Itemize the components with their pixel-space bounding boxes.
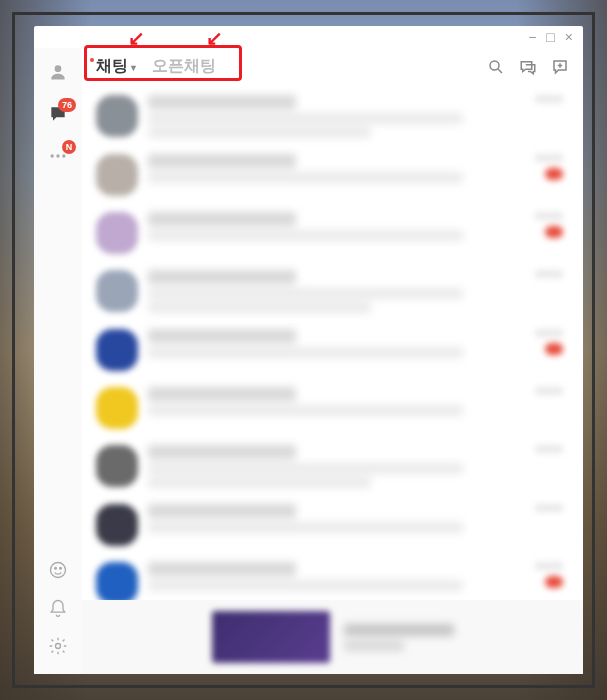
svg-point-5 [55,568,57,570]
chat-badge: 76 [58,98,76,112]
svg-point-0 [55,65,62,72]
avatar [96,270,138,312]
chats-icon[interactable]: 76 [46,102,70,126]
chat-list-item[interactable] [82,87,577,146]
banner-text [344,624,454,651]
chat-item-body [148,154,519,183]
avatar [96,95,138,137]
chat-item-meta [529,329,563,355]
svg-point-1 [51,154,54,157]
close-button[interactable]: × [565,29,573,45]
chat-bubble-icon[interactable] [519,58,537,76]
avatar [96,387,138,429]
chevron-down-icon[interactable]: ▼ [129,63,138,73]
chat-list-item[interactable] [82,146,577,204]
svg-point-3 [62,154,65,157]
svg-point-4 [51,563,66,578]
emoji-icon[interactable] [46,558,70,582]
chat-list-item[interactable] [82,496,577,554]
header: 채팅▼ 오픈채팅 [82,48,583,87]
new-indicator-dot [90,58,94,62]
chat-item-body [148,329,519,358]
more-icon[interactable]: N [46,144,70,168]
chat-item-body [148,270,519,313]
svg-point-6 [60,568,62,570]
sidebar: 76 N [34,48,82,674]
chat-item-body [148,504,519,533]
avatar [96,329,138,371]
profile-icon[interactable] [46,60,70,84]
chat-item-meta [529,95,563,103]
svg-point-7 [56,644,61,649]
chat-item-body [148,445,519,488]
chat-item-body [148,562,519,591]
avatar [96,504,138,546]
chat-list-item[interactable] [82,262,577,321]
avatar [96,212,138,254]
chat-list-item[interactable] [82,321,577,379]
chat-list-item[interactable] [82,379,577,437]
minimize-button[interactable]: − [528,29,536,45]
chat-item-meta [529,387,563,395]
notification-icon[interactable] [46,596,70,620]
chat-item-meta [529,562,563,588]
more-badge: N [62,140,76,154]
tab-chat[interactable]: 채팅▼ [96,56,138,77]
svg-point-8 [490,61,499,70]
unread-badge [545,343,563,355]
settings-icon[interactable] [46,634,70,658]
banner-image [212,611,330,663]
unread-badge [545,226,563,238]
app-window: − □ × 76 N [34,26,583,674]
chat-item-meta [529,445,563,453]
avatar [96,562,138,600]
chat-item-body [148,387,519,416]
svg-point-2 [56,154,59,157]
chat-item-meta [529,154,563,180]
titlebar: − □ × [34,26,583,48]
chat-item-meta [529,504,563,512]
new-chat-icon[interactable] [551,58,569,76]
avatar [96,445,138,487]
chat-list-item[interactable] [82,204,577,262]
chat-item-body [148,212,519,241]
maximize-button[interactable]: □ [546,29,554,45]
avatar [96,154,138,196]
unread-badge [545,576,563,588]
chat-list-item[interactable] [82,554,577,600]
chat-list-item[interactable] [82,437,577,496]
chat-list[interactable] [82,87,583,600]
banner-ad[interactable] [82,600,583,674]
chat-item-meta [529,270,563,278]
search-icon[interactable] [487,58,505,76]
tab-openchat[interactable]: 오픈채팅 [152,56,216,77]
chat-item-body [148,95,519,138]
unread-badge [545,168,563,180]
chat-item-meta [529,212,563,238]
